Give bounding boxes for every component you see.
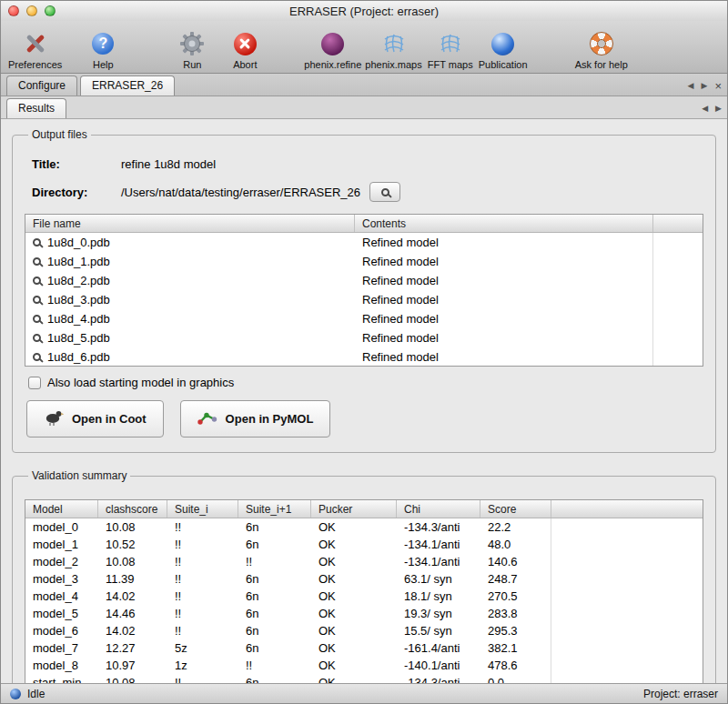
cell-score: 478.6 bbox=[480, 657, 551, 674]
cell-chi: -134.3/anti bbox=[397, 518, 480, 536]
validation-row[interactable]: model_2 10.08 !! !! OK -134.1/anti 140.6 bbox=[25, 553, 703, 570]
cell-score: 382.1 bbox=[480, 639, 551, 657]
file-row[interactable]: 1u8d_6.pdb Refined model bbox=[25, 347, 703, 366]
status-project: Project: erraser bbox=[643, 688, 718, 700]
toolbar-run-button[interactable]: Run bbox=[167, 25, 217, 70]
close-window-button[interactable] bbox=[8, 5, 19, 16]
cell-clashscore: 14.46 bbox=[98, 605, 167, 622]
file-row[interactable]: 1u8d_2.pdb Refined model bbox=[25, 271, 703, 290]
window-title: ERRASER (Project: erraser) bbox=[1, 5, 727, 18]
file-row[interactable]: 1u8d_1.pdb Refined model bbox=[25, 252, 703, 271]
file-row[interactable]: 1u8d_4.pdb Refined model bbox=[25, 309, 703, 328]
cell-pucker: OK bbox=[311, 570, 397, 588]
file-row[interactable]: 1u8d_3.pdb Refined model bbox=[25, 290, 703, 309]
toolbar-preferences-button[interactable]: Preferences bbox=[8, 25, 62, 70]
validation-row[interactable]: model_5 14.46 !! 6n OK 19.3/ syn 283.8 bbox=[25, 605, 703, 622]
open-directory-button[interactable] bbox=[369, 182, 400, 202]
zoom-window-button[interactable] bbox=[45, 5, 56, 16]
cell-clashscore: 12.27 bbox=[98, 639, 167, 657]
tab-results[interactable]: Results bbox=[6, 98, 66, 118]
cell-clashscore: 10.08 bbox=[98, 553, 167, 570]
cell-chi: -161.4/anti bbox=[397, 639, 480, 657]
toolbar-label: Abort bbox=[233, 59, 257, 70]
validation-row[interactable]: model_0 10.08 !! 6n OK -134.3/anti 22.2 bbox=[25, 518, 703, 536]
cell-clashscore: 11.39 bbox=[98, 570, 167, 588]
output-files-group: Output files Title: refine 1u8d model Di… bbox=[12, 128, 716, 453]
status-bar: Idle Project: erraser bbox=[1, 683, 727, 703]
file-row[interactable]: 1u8d_0.pdb Refined model bbox=[25, 233, 703, 252]
toolbar-label: Preferences bbox=[8, 59, 62, 70]
open-in-pymol-button[interactable]: Open in PyMOL bbox=[180, 400, 331, 437]
column-header-suite-i[interactable]: Suite_i bbox=[167, 500, 238, 518]
column-header-suite-i1[interactable]: Suite_i+1 bbox=[238, 500, 311, 518]
cell-chi: -134.1/anti bbox=[397, 553, 480, 570]
output-files-group-label: Output files bbox=[28, 128, 91, 141]
column-header-clashscore[interactable]: clashscore bbox=[98, 500, 167, 518]
validation-row[interactable]: model_7 12.27 5z 6n OK -161.4/anti 382.1 bbox=[25, 639, 703, 657]
validation-row[interactable]: model_6 14.02 !! 6n OK 15.5/ syn 295.3 bbox=[25, 622, 703, 639]
tab-configure[interactable]: Configure bbox=[6, 75, 77, 96]
column-header-file-name[interactable]: File name bbox=[25, 215, 355, 232]
validation-row[interactable]: model_3 11.39 !! 6n OK 63.1/ syn 248.7 bbox=[25, 570, 703, 588]
validation-row[interactable]: model_1 10.52 !! 6n OK -134.1/anti 48.0 bbox=[25, 536, 703, 553]
open-in-coot-button[interactable]: Open in Coot bbox=[26, 400, 164, 437]
main-tab-bar: Configure ERRASER_26 ◀ ▶ × bbox=[1, 74, 727, 96]
tab-scroll-right-icon[interactable]: ▶ bbox=[701, 81, 707, 90]
toolbar-phenix-refine-button[interactable]: phenix.refine bbox=[304, 25, 361, 70]
toolbar-fft-maps-button[interactable]: FFT maps bbox=[426, 25, 475, 70]
minimize-window-button[interactable] bbox=[26, 5, 37, 16]
column-header-score[interactable]: Score bbox=[480, 500, 551, 518]
cell-model: model_3 bbox=[25, 570, 98, 588]
file-row[interactable]: 1u8d_5.pdb Refined model bbox=[25, 328, 703, 347]
cell-pucker: OK bbox=[311, 588, 397, 605]
cell-chi: -134.3/anti bbox=[397, 674, 480, 683]
file-name: 1u8d_5.pdb bbox=[47, 331, 110, 345]
cell-clashscore: 14.02 bbox=[98, 588, 167, 605]
output-files-table-body[interactable]: 1u8d_0.pdb Refined model 1u8d_1.pdb Refi… bbox=[25, 233, 703, 366]
tab-scroll-left-icon[interactable]: ◀ bbox=[688, 81, 694, 90]
toolbar-publication-button[interactable]: Publication bbox=[479, 25, 528, 70]
validation-table-body[interactable]: model_0 10.08 !! 6n OK -134.3/anti 22.2 … bbox=[25, 518, 703, 683]
cell-model: model_6 bbox=[25, 622, 98, 639]
cell-suite-i1: 6n bbox=[238, 605, 311, 622]
toolbar-label: Ask for help bbox=[575, 59, 628, 70]
sub-tab-scroll-left-icon[interactable]: ◀ bbox=[702, 104, 708, 113]
app-window: ERRASER (Project: erraser) Preferences H… bbox=[0, 0, 728, 704]
cell-suite-i1: !! bbox=[238, 553, 311, 570]
magnifier-icon bbox=[381, 188, 389, 196]
column-header-model[interactable]: Model bbox=[25, 500, 98, 518]
file-contents: Refined model bbox=[355, 347, 653, 366]
cell-score: 295.3 bbox=[480, 622, 551, 639]
cell-suite-i1: 6n bbox=[238, 570, 311, 588]
viewer-buttons: Open in Coot Open in PyMOL bbox=[26, 400, 702, 437]
column-header-chi[interactable]: Chi bbox=[397, 500, 480, 518]
title-label: Title: bbox=[32, 157, 121, 171]
load-starting-model-checkbox[interactable] bbox=[28, 377, 41, 389]
column-header-contents[interactable]: Contents bbox=[355, 215, 653, 232]
file-name: 1u8d_6.pdb bbox=[47, 350, 110, 364]
file-contents: Refined model bbox=[355, 233, 653, 252]
toolbar-help-button[interactable]: Help bbox=[78, 25, 127, 70]
validation-row[interactable]: start_min 10.08 !! 6n OK -134.3/anti 0.0 bbox=[25, 674, 703, 683]
validation-row[interactable]: model_8 10.97 1z !! OK -140.1/anti 478.6 bbox=[25, 657, 703, 674]
cell-pucker: OK bbox=[311, 674, 397, 683]
title-bar[interactable]: ERRASER (Project: erraser) bbox=[1, 1, 727, 21]
file-name: 1u8d_1.pdb bbox=[47, 255, 110, 268]
cell-clashscore: 10.08 bbox=[98, 518, 167, 536]
title-row: Title: refine 1u8d model bbox=[32, 157, 696, 171]
toolbar-ask-for-help-button[interactable]: Ask for help bbox=[575, 25, 628, 70]
cell-model: model_8 bbox=[25, 657, 98, 674]
column-header-pucker[interactable]: Pucker bbox=[311, 500, 397, 518]
cell-model: model_2 bbox=[25, 553, 98, 570]
validation-row[interactable]: model_4 14.02 !! 6n OK 18.1/ syn 270.5 bbox=[25, 588, 703, 605]
toolbar-abort-button[interactable]: Abort bbox=[220, 25, 269, 70]
file-contents: Refined model bbox=[355, 309, 653, 328]
magnifier-icon bbox=[33, 315, 41, 323]
tab-erraser-26[interactable]: ERRASER_26 bbox=[80, 75, 175, 96]
sub-tab-scroll-right-icon[interactable]: ▶ bbox=[715, 104, 722, 113]
toolbar-phenix-maps-button[interactable]: phenix.maps bbox=[365, 25, 421, 70]
tab-close-icon[interactable]: × bbox=[714, 82, 722, 90]
status-text: Idle bbox=[27, 688, 45, 700]
cell-suite-i: !! bbox=[167, 588, 238, 605]
toolbar-label: FFT maps bbox=[428, 59, 473, 70]
